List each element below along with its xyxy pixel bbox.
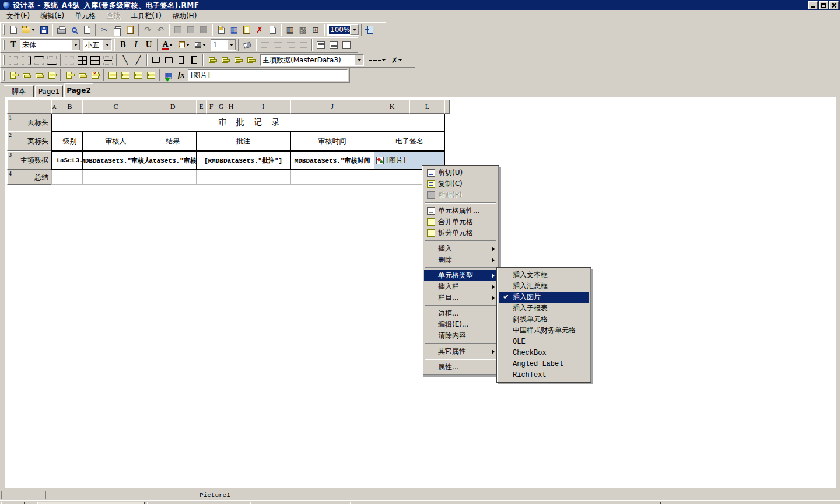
column-header-l[interactable]: L: [410, 100, 445, 114]
summary-cell-j[interactable]: [290, 170, 374, 185]
shift-right-button[interactable]: [76, 69, 89, 82]
column-header-d[interactable]: D: [149, 100, 197, 114]
delete-column-button[interactable]: [46, 69, 58, 82]
taskbar-button-4[interactable]: [350, 502, 661, 504]
submenu-item-insert-subreport[interactable]: 插入子报表: [499, 303, 589, 314]
no-border-combo[interactable]: ✗: [387, 54, 407, 66]
formula-input[interactable]: [188, 69, 348, 81]
menu-item-split-cells[interactable]: 拆分单元格: [424, 228, 497, 239]
grid-setup-button[interactable]: ⊞: [309, 23, 322, 36]
show-grid-button[interactable]: ▦: [284, 23, 296, 36]
border-right-button[interactable]: [20, 54, 33, 66]
cell-op-3-button[interactable]: [231, 54, 244, 66]
menu-item-cut[interactable]: 剪切(U): [424, 167, 497, 178]
summary-cell-ei[interactable]: [196, 170, 290, 185]
menu-item-insert-band[interactable]: 插入栏: [424, 281, 497, 292]
cell-op-4-button[interactable]: [244, 54, 257, 66]
row-header-4[interactable]: 4 总结: [7, 170, 51, 185]
line-width-combo[interactable]: 1: [211, 39, 236, 51]
delete-row-button[interactable]: [33, 69, 46, 82]
cut-button[interactable]: ✂: [98, 23, 111, 36]
data-result-cell[interactable]: ataSet3."审核: [149, 151, 197, 170]
summary-cell-b[interactable]: [57, 170, 83, 185]
merge-down-button[interactable]: [175, 54, 188, 66]
column-header-c[interactable]: C: [82, 100, 149, 114]
column-header-h[interactable]: H: [226, 100, 236, 114]
split-across-button[interactable]: [162, 54, 175, 66]
exit-designer-button[interactable]: [364, 23, 377, 36]
field-list-button[interactable]: ▦: [162, 69, 175, 82]
shift-down-button[interactable]: [63, 69, 76, 82]
menu-file[interactable]: 文件(F): [1, 10, 35, 22]
italic-button[interactable]: I: [130, 38, 142, 51]
taskbar-start-button[interactable]: [1, 502, 24, 504]
expression-editor-button[interactable]: fx: [175, 69, 188, 82]
caption-signature-cell[interactable]: 电子签名: [374, 131, 445, 151]
cell-op-1-button[interactable]: [205, 54, 218, 66]
column-header-j[interactable]: J: [290, 100, 374, 114]
save-button[interactable]: [37, 23, 50, 36]
toolbar-drag-handle[interactable]: [3, 24, 5, 35]
page-setup-button[interactable]: [80, 23, 93, 36]
undo-button[interactable]: ↶: [154, 23, 167, 36]
font-size-combo[interactable]: 小五: [83, 39, 112, 51]
line-style-combo[interactable]: [368, 54, 387, 66]
submenu-item-checkbox[interactable]: CheckBox: [499, 347, 589, 358]
data-audit-time-cell[interactable]: MDBDataSet3."审核时间: [290, 151, 374, 170]
submenu-item-insert-textbox[interactable]: 插入文本框: [499, 270, 589, 281]
dataset-combo[interactable]: 主项数据(MasterData3): [260, 54, 364, 66]
menu-cell[interactable]: 单元格: [69, 10, 101, 22]
band-op-4-button[interactable]: [145, 69, 158, 82]
insert-row-button[interactable]: [7, 69, 20, 82]
summary-cell-c[interactable]: [82, 170, 149, 185]
valign-bottom-button[interactable]: [340, 38, 353, 51]
menu-item-insert[interactable]: 插入: [424, 243, 497, 254]
grid-corner[interactable]: [7, 100, 51, 114]
menu-item-merge-cells[interactable]: 合并单元格: [424, 216, 497, 228]
border-bottom-button[interactable]: [46, 54, 58, 66]
taskbar-button-1[interactable]: [37, 502, 145, 504]
valign-middle-button[interactable]: [327, 38, 340, 51]
font-toolbar-drag-handle[interactable]: [3, 40, 5, 50]
menu-item-cell-type[interactable]: 单元格类型: [424, 270, 497, 281]
data-auditor-cell[interactable]: MDBDataSet3."审核人: [82, 151, 149, 170]
column-header-e[interactable]: E: [196, 100, 206, 114]
row-header-3[interactable]: 3 主项数据: [7, 151, 51, 170]
insert-table-button[interactable]: ▦: [228, 23, 240, 36]
submenu-item-angled-label[interactable]: Angled Label: [499, 358, 589, 369]
caption-auditor-cell[interactable]: 审核人: [82, 131, 149, 151]
tab-page2[interactable]: Page2: [64, 83, 93, 97]
column-header-g[interactable]: G: [216, 100, 226, 114]
fill-color-button[interactable]: [176, 38, 192, 51]
delete-cell-button[interactable]: ✗: [89, 69, 102, 82]
submenu-item-ole[interactable]: OLE: [499, 336, 589, 347]
paste-button[interactable]: [124, 23, 136, 36]
column-header-b[interactable]: B: [57, 100, 83, 114]
menu-item-border[interactable]: 边框...: [424, 308, 497, 319]
menu-item-clear-content[interactable]: 清除内容: [424, 330, 497, 341]
taskbar-button-2[interactable]: [147, 502, 247, 504]
cell-toolbar-drag-handle[interactable]: [3, 55, 5, 65]
band-op-3-button[interactable]: [132, 69, 145, 82]
diagonal-up-button[interactable]: ╱: [132, 54, 145, 66]
band-op-1-button[interactable]: [106, 69, 119, 82]
new-document-button[interactable]: [7, 23, 20, 36]
cell-op-2-button[interactable]: [218, 54, 231, 66]
submenu-item-insert-summary[interactable]: 插入汇总框: [499, 281, 589, 292]
close-button[interactable]: [830, 1, 839, 9]
submenu-item-diagonal-cell[interactable]: 斜线单元格: [499, 314, 589, 325]
report-title-cell[interactable]: 审 批 记 录: [57, 114, 445, 131]
submenu-item-richtext[interactable]: RichText: [499, 369, 589, 380]
menu-item-cell-properties[interactable]: 单元格属性...: [424, 205, 497, 216]
row-toolbar-drag-handle[interactable]: [3, 70, 5, 80]
column-header-i[interactable]: I: [236, 100, 290, 114]
menu-help[interactable]: 帮助(H): [167, 10, 202, 22]
tab-script[interactable]: 脚本: [4, 85, 34, 97]
minimize-button[interactable]: [808, 1, 818, 9]
data-level-cell[interactable]: taSet3.: [57, 151, 83, 170]
border-all-button[interactable]: [76, 54, 89, 66]
insert-page-button[interactable]: [240, 23, 253, 36]
menu-item-columns[interactable]: 栏目...: [424, 292, 497, 303]
menu-edit[interactable]: 编辑(E): [35, 10, 69, 22]
row-header-2[interactable]: 2 页标头: [7, 131, 51, 151]
